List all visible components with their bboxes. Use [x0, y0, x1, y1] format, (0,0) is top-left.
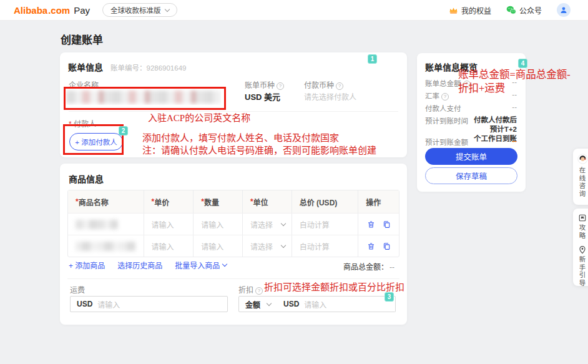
- pay-currency-select[interactable]: 请先选择付款人: [304, 91, 356, 102]
- info-icon[interactable]: [255, 287, 263, 295]
- product-name-cell[interactable]: [68, 235, 144, 257]
- summary-label: 付款人支付: [425, 103, 461, 113]
- discount-label: 折扣: [238, 284, 263, 295]
- product-name-cell[interactable]: [68, 214, 144, 235]
- bill-currency-label: 账单币种: [245, 79, 284, 90]
- bookmark-icon: [578, 214, 587, 222]
- unit-price-input[interactable]: 请输入: [144, 214, 194, 235]
- logo-com: .com: [48, 5, 70, 16]
- annotation-company-note: 入驻ACP的公司英文名称: [148, 111, 250, 124]
- bill-no-value: 9286901649: [147, 64, 187, 72]
- logo-pay: Pay: [74, 5, 90, 16]
- chevron-down-icon: [267, 300, 272, 305]
- version-dropdown[interactable]: 全球收款标准版: [102, 3, 177, 17]
- user-avatar[interactable]: [557, 3, 571, 17]
- shipping-currency: USD: [77, 300, 92, 308]
- shipping-label: 运费: [70, 284, 85, 295]
- summary-row-payer-pays: 付款人支付 --: [425, 103, 517, 116]
- col-total: 总价 (USD): [292, 190, 359, 213]
- info-icon[interactable]: [336, 82, 343, 90]
- total-auto-cell: 自动计算: [292, 214, 359, 235]
- quantity-input[interactable]: 请输入: [194, 214, 243, 235]
- shipping-input[interactable]: USD 请输入: [70, 296, 228, 312]
- page-title: 创建账单: [61, 31, 103, 47]
- batch-import-link[interactable]: 批量导入商品: [175, 260, 227, 270]
- summary-value: 付款人付款后预计T+2 个工作日到账: [468, 116, 517, 144]
- trash-icon: [367, 242, 375, 250]
- online-consult-widget[interactable]: 在线咨询: [573, 149, 588, 205]
- official-account-label: 公众号: [519, 5, 542, 16]
- product-total: 商品总金额：--: [343, 261, 394, 272]
- discount-type-value: 金额: [245, 299, 260, 310]
- guide-label: 攻略: [578, 224, 587, 240]
- version-dropdown-label: 全球收款标准版: [110, 5, 161, 15]
- summary-value: --: [512, 137, 517, 144]
- annotation-summary-note: 账单总金额=商品总金额- 折扣+运费: [458, 68, 571, 96]
- alibaba-pay-logo[interactable]: Alibaba.com Pay: [14, 5, 90, 16]
- copy-row-button[interactable]: [383, 220, 391, 229]
- annotation-box-company: [64, 87, 226, 110]
- row-actions-cell: [358, 235, 399, 257]
- logo-alibaba: Alibaba: [14, 5, 47, 16]
- headset-avatar-icon: [577, 154, 588, 164]
- product-table: 商品名称 单价 数量 单位 总价 (USD) 操作 请输入 请输入 请选择 自动…: [67, 190, 399, 257]
- col-unit-price: 单价: [144, 190, 194, 213]
- col-unit: 单位: [243, 190, 292, 213]
- annotation-discount-note: 折扣可选择金额折扣或百分比折扣: [264, 280, 404, 293]
- newbie-guide-label: 新手引导: [578, 256, 587, 287]
- product-total-value: --: [390, 263, 394, 272]
- select-history-link[interactable]: 选择历史商品: [117, 260, 162, 270]
- col-product-name: 商品名称: [68, 190, 144, 213]
- chevron-down-icon: [222, 262, 227, 267]
- info-icon[interactable]: [277, 82, 284, 90]
- unit-select[interactable]: 请选择: [243, 235, 292, 257]
- my-benefits-button[interactable]: 我的权益: [449, 5, 491, 16]
- delete-row-button[interactable]: [367, 242, 375, 250]
- chevron-down-icon: [280, 242, 285, 247]
- step-badge-3: 3: [385, 292, 394, 302]
- discount-input[interactable]: USD 请输入: [277, 296, 396, 312]
- wechat-icon: [506, 6, 516, 14]
- quantity-input[interactable]: 请输入: [194, 235, 243, 257]
- official-account-button[interactable]: 公众号: [506, 5, 542, 16]
- product-info-title: 商品信息: [69, 172, 104, 185]
- guide-button[interactable]: 攻略: [578, 214, 587, 240]
- summary-value: --: [512, 103, 517, 111]
- col-actions: 操作: [358, 190, 399, 213]
- trash-icon: [367, 220, 375, 229]
- info-icon[interactable]: [441, 93, 449, 101]
- bill-no-label: 账单编号：: [110, 64, 147, 72]
- copy-icon: [383, 220, 391, 229]
- shipping-placeholder: 请输入: [97, 299, 120, 310]
- col-quantity: 数量: [194, 190, 243, 213]
- my-benefits-label: 我的权益: [461, 5, 491, 16]
- save-draft-button[interactable]: 保存草稿: [425, 167, 517, 184]
- table-row: 请输入 请输入 请选择 自动计算: [68, 213, 399, 235]
- chevron-down-icon: [280, 220, 285, 225]
- summary-label: 预计到账时间: [425, 116, 468, 125]
- bill-info-title: 账单信息: [68, 61, 103, 73]
- product-info-card: 商品信息 商品名称 单价 数量 单位 总价 (USD) 操作 请输入 请输入 请…: [60, 164, 407, 325]
- newbie-guide-button[interactable]: 新手引导: [578, 245, 587, 287]
- divider: [67, 278, 399, 279]
- help-widget: 攻略 新手引导: [573, 209, 588, 286]
- online-consult-label: 在线咨询: [578, 167, 587, 198]
- chevron-down-icon: [164, 6, 169, 11]
- summary-label: 预计到账金额: [425, 137, 468, 147]
- create-bill-page: Alibaba.com Pay 全球收款标准版 我的权益 公众号 创建账单 账单…: [0, 0, 588, 364]
- step-badge-4: 4: [518, 59, 527, 68]
- unit-price-input[interactable]: 请输入: [144, 235, 194, 257]
- copy-row-button[interactable]: [383, 242, 391, 250]
- total-auto-cell: 自动计算: [292, 235, 359, 257]
- step-badge-2: 2: [119, 126, 128, 135]
- row-actions-cell: [358, 214, 399, 235]
- unit-select[interactable]: 请选择: [243, 214, 292, 235]
- discount-placeholder: 请输入: [304, 299, 326, 310]
- discount-type-select[interactable]: 金额: [238, 296, 278, 312]
- copy-icon: [383, 242, 391, 250]
- step-badge-1: 1: [368, 54, 377, 64]
- submit-bill-button[interactable]: 提交账单: [425, 148, 517, 165]
- add-product-link[interactable]: + 添加商品: [69, 260, 105, 270]
- delete-row-button[interactable]: [367, 220, 375, 229]
- annotation-box-add-payer: [63, 124, 124, 155]
